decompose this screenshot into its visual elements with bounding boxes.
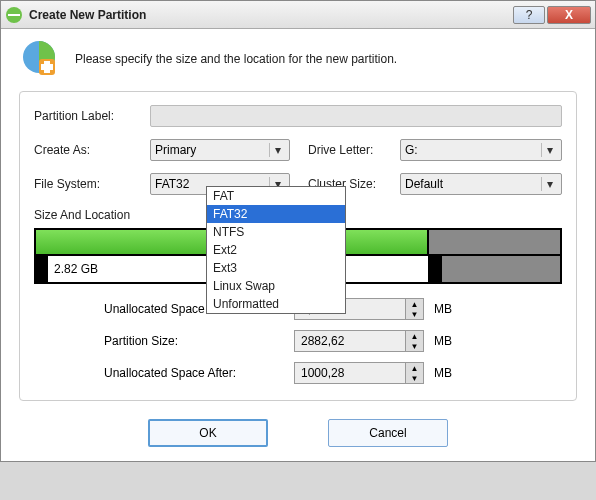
space-after-input[interactable]: 1000,28 ▲▼ xyxy=(294,362,424,384)
file-system-option[interactable]: FAT xyxy=(207,187,345,205)
file-system-dropdown[interactable]: FATFAT32NTFSExt2Ext3Linux SwapUnformatte… xyxy=(206,186,346,314)
help-button[interactable]: ? xyxy=(513,6,545,24)
create-as-value: Primary xyxy=(155,143,196,157)
spinner-up-icon[interactable]: ▲ xyxy=(406,331,423,341)
row-partition-size: Partition Size: 2882,62 ▲▼ MB xyxy=(34,330,562,352)
row-create-as: Create As: Primary ▾ Drive Letter: G: ▾ xyxy=(34,138,562,162)
close-button[interactable]: X xyxy=(547,6,591,24)
cancel-button[interactable]: Cancel xyxy=(328,419,448,447)
label-partition-size: Partition Size: xyxy=(104,334,294,348)
dialog-window: Create New Partition ? X Please specify … xyxy=(0,0,596,462)
spinner-up-icon[interactable]: ▲ xyxy=(406,299,423,309)
file-system-value: FAT32 xyxy=(155,177,189,191)
file-system-option[interactable]: Ext3 xyxy=(207,259,345,277)
bar-unallocated-right xyxy=(440,256,560,282)
chevron-down-icon: ▾ xyxy=(541,143,557,157)
label-space-after: Unallocated Space After: xyxy=(104,366,294,380)
file-system-option[interactable]: Linux Swap xyxy=(207,277,345,295)
spinner-down-icon[interactable]: ▼ xyxy=(406,341,423,351)
drive-letter-select[interactable]: G: ▾ xyxy=(400,139,562,161)
spinner-up-icon[interactable]: ▲ xyxy=(406,363,423,373)
unit-mb: MB xyxy=(434,366,452,380)
row-space-after: Unallocated Space After: 1000,28 ▲▼ MB xyxy=(34,362,562,384)
cluster-size-value: Default xyxy=(405,177,443,191)
file-system-option[interactable]: Unformatted xyxy=(207,295,345,313)
spinner-down-icon[interactable]: ▼ xyxy=(406,309,423,319)
titlebar: Create New Partition ? X xyxy=(1,1,595,29)
label-drive-letter: Drive Letter: xyxy=(308,143,400,157)
button-row: OK Cancel xyxy=(19,419,577,447)
partition-size-value: 2882,62 xyxy=(295,334,405,348)
size-location-section: Size And Location 2.82 GB FATFAT32NTFSEx… xyxy=(34,208,562,284)
resize-handle-right[interactable] xyxy=(428,256,440,282)
row-partition-label: Partition Label: xyxy=(34,104,562,128)
drive-letter-value: G: xyxy=(405,143,418,157)
app-icon xyxy=(5,6,23,24)
spinner-down-icon[interactable]: ▼ xyxy=(406,373,423,383)
svg-rect-1 xyxy=(8,14,20,16)
partition-label-input[interactable] xyxy=(150,105,562,127)
create-as-select[interactable]: Primary ▾ xyxy=(150,139,290,161)
cluster-size-select[interactable]: Default ▾ xyxy=(400,173,562,195)
space-after-value: 1000,28 xyxy=(295,366,405,380)
unit-mb: MB xyxy=(434,302,452,316)
window-title: Create New Partition xyxy=(29,8,511,22)
intro-row: Please specify the size and the location… xyxy=(19,39,577,79)
file-system-option[interactable]: NTFS xyxy=(207,223,345,241)
form-panel: Partition Label: Create As: Primary ▾ Dr… xyxy=(19,91,577,401)
ok-button[interactable]: OK xyxy=(148,419,268,447)
svg-rect-5 xyxy=(41,64,53,70)
chevron-down-icon: ▾ xyxy=(541,177,557,191)
intro-text: Please specify the size and the location… xyxy=(75,52,397,66)
dialog-content: Please specify the size and the location… xyxy=(1,29,595,461)
partition-icon xyxy=(19,39,59,79)
chevron-down-icon: ▾ xyxy=(269,143,285,157)
file-system-option[interactable]: Ext2 xyxy=(207,241,345,259)
unit-mb: MB xyxy=(434,334,452,348)
file-system-option[interactable]: FAT32 xyxy=(207,205,345,223)
label-partition-label: Partition Label: xyxy=(34,109,150,123)
resize-handle-left[interactable] xyxy=(36,256,48,282)
label-file-system: File System: xyxy=(34,177,150,191)
bar-segment-unallocated xyxy=(429,230,560,254)
partition-size-input[interactable]: 2882,62 ▲▼ xyxy=(294,330,424,352)
label-create-as: Create As: xyxy=(34,143,150,157)
